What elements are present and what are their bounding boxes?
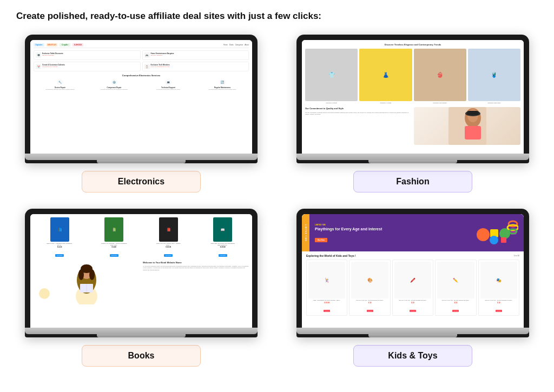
toys-section-link[interactable]: View All (514, 255, 519, 257)
elec-service-icon-3: 💻 (165, 79, 172, 85)
toys-side-banner: LIMITED TIME (302, 214, 309, 251)
book-cover-3: 📕 (159, 217, 178, 242)
card-books: 📘 New Physics: A Learning Class Guideboo… (16, 209, 266, 367)
elec-deal-text-4: Exclusive Tech Wonders Save On Smartwatc… (151, 64, 247, 68)
toys-section-title: Exploring the World of Kids and Toys ! (306, 254, 356, 257)
elec-service-icon-2: ⚙️ (111, 79, 117, 85)
badge-fashion[interactable]: Fashion (353, 171, 472, 192)
fashion-product-img-4: 🩱 (468, 49, 520, 101)
elec-deal-icon-4: ⌚ (144, 64, 150, 69)
elec-logo-3: CropArt (60, 43, 70, 46)
badge-toys[interactable]: Kids & Toys (353, 345, 472, 367)
elec-deal-1: 🖥️ Exclusive Tablet Discounts Get 15% Ca… (34, 50, 141, 60)
elec-section-title: Comprehensive Electronics Services (34, 74, 249, 77)
card-toys: LIMITED TIME LIMITED TIME Playthings for… (288, 209, 538, 367)
fashion-content: Our Commitment to Quality and Style We a… (305, 107, 520, 145)
elec-logo-1: Digitalert (34, 43, 44, 46)
fashion-product-img-1: 👕 (305, 49, 358, 101)
toys-product-btn-5[interactable]: Get Deal (496, 310, 502, 312)
screen-toys: LIMITED TIME LIMITED TIME Playthings for… (302, 214, 524, 328)
elec-service-icon-4: 🔄 (219, 79, 226, 85)
elec-deal-2: 🎮 Home Entertainment Bargains Get 20% Ca… (142, 50, 249, 60)
svg-point-18 (490, 236, 498, 244)
books-bottom: Welcome to Your Book Website Name In You… (34, 261, 249, 304)
book-btn-3[interactable]: Get Deal (164, 254, 173, 257)
books-image-block (34, 261, 140, 304)
toys-hero-text: LIMITED TIME Playthings for Every Age an… (315, 224, 382, 243)
laptop-stand-1 (97, 160, 186, 163)
elec-deal-text-1: Exclusive Tablet Discounts Get 15% Cashb… (42, 52, 138, 56)
headline: Create polished, ready-to-use affiliate … (16, 11, 538, 22)
laptop-stand-4 (368, 334, 457, 337)
fashion-text-block: Our Commitment to Quality and Style We a… (305, 107, 412, 145)
toys-product-2: 🎨 CRAYOLA Air Dry Clay - 48 Count Worksh… (349, 260, 390, 316)
book-item-4: 📖 What Have You Done? The International … (209, 217, 236, 258)
laptop-base-4 (296, 328, 529, 334)
elec-nav: HomeDealsCategoriesAbout (223, 44, 249, 46)
elec-service-1: 🔧 Device Repair We specialize in repairi… (34, 79, 87, 90)
svg-rect-2 (465, 126, 481, 139)
fashion-product-1: 👕 Women's Clothing (305, 49, 358, 104)
elec-deal-icon-2: 🎮 (144, 52, 150, 58)
elec-logo-2: WAVEPLAY (47, 43, 57, 46)
svg-point-10 (78, 269, 84, 280)
elec-deal-icon-3: ✂️ (36, 64, 41, 69)
elec-service-4: 🔄 Regular Maintenance We provide regular… (196, 79, 249, 90)
screen-electronics: Digitalert WAVEPLAY CropArt G-SHOCK Home… (30, 40, 252, 154)
toys-hero-btn[interactable]: Buy Now (315, 238, 327, 242)
fashion-product-3: 👙 Women's Cap Sleeves (414, 49, 466, 104)
toys-product-btn-2[interactable]: Get Deal (367, 310, 373, 312)
toys-product-1: 🃏 Magic - The Gathering: The Lord of The… (306, 260, 347, 316)
toys-product-btn-3[interactable]: Get Deal (410, 310, 416, 312)
elec-service-2: ⚙️ Component Repair We repair and replac… (88, 79, 141, 90)
fashion-product-2: 👗 Women's V Shape (359, 49, 412, 104)
elec-deals-grid: 🖥️ Exclusive Tablet Discounts Get 15% Ca… (34, 50, 249, 71)
laptop-fashion: Discover Timeless Elegance and Contempor… (296, 35, 529, 163)
toys-products: 🃏 Magic - The Gathering: The Lord of The… (306, 260, 519, 316)
book-btn-2[interactable]: Get Deal (110, 254, 118, 257)
elec-deal-4: ⌚ Exclusive Tech Wonders Save On Smartwa… (142, 62, 249, 71)
laptop-base-1 (25, 154, 258, 160)
elec-deal-text-3: Create & Customize Cabinets Top Savings … (42, 64, 138, 68)
laptop-stand-3 (97, 334, 186, 337)
book-item-2: 📗 Politics: On The Edge - The Era Of Bib… (101, 217, 128, 258)
toys-product-btn-4[interactable]: Get Deal (452, 310, 459, 312)
toys-product-img-1: 🃏 (308, 262, 345, 298)
fashion-products: 👕 Women's Clothing 👗 Women's V Shape 👙 W… (305, 49, 520, 104)
toys-product-img-2: 🎨 (351, 262, 388, 298)
book-item-1: 📘 New Physics: A Learning Class Guideboo… (46, 217, 73, 258)
elec-logos: Digitalert WAVEPLAY CropArt G-SHOCK (34, 43, 83, 46)
laptop-base-3 (25, 328, 258, 334)
badge-books[interactable]: Books (82, 345, 201, 367)
badge-electronics[interactable]: Electronics (82, 171, 201, 192)
book-cover-1: 📘 (50, 217, 69, 242)
toys-section: Exploring the World of Kids and Toys ! V… (302, 251, 524, 318)
fashion-header: Discover Timeless Elegance and Contempor… (305, 43, 520, 46)
toys-hero-title: Playthings for Every Age and Interest (315, 227, 382, 231)
screen-fashion: Discover Timeless Elegance and Contempor… (302, 40, 524, 154)
toys-product-5: 🎭 CRAYOLA Air Dry Clay - 48 Count Worksh… (478, 260, 519, 316)
fashion-product-img-3: 👙 (414, 49, 466, 101)
toys-hero-content: LIMITED TIME Playthings for Every Age an… (309, 214, 524, 251)
toys-product-img-3: 🖍️ (394, 262, 431, 298)
book-btn-4[interactable]: Get Deal (219, 254, 227, 257)
toys-hero-wrapper: LIMITED TIME LIMITED TIME Playthings for… (302, 214, 524, 251)
fashion-image-block (414, 107, 520, 145)
elec-logo-4: G-SHOCK (72, 43, 83, 46)
toys-section-header: Exploring the World of Kids and Toys ! V… (306, 254, 519, 257)
laptop-books: 📘 New Physics: A Learning Class Guideboo… (25, 209, 258, 337)
toys-product-4: ✏️ CRAYOLA Air Dry Clay - 48 Count Works… (435, 260, 476, 316)
laptop-toys: LIMITED TIME LIMITED TIME Playthings for… (296, 209, 529, 337)
toys-product-3: 🖍️ CRAYOLA Air Dry Clay - 48 Count Works… (392, 260, 433, 316)
toys-hero-img (475, 218, 518, 248)
svg-point-14 (477, 228, 490, 241)
svg-rect-5 (467, 111, 479, 115)
book-btn-1[interactable]: Get Deal (55, 254, 64, 257)
card-electronics: Digitalert WAVEPLAY CropArt G-SHOCK Home… (16, 35, 266, 192)
elec-service-3: 💻 Technical Support Our technical suppor… (142, 79, 195, 90)
elec-service-icon-1: 🔧 (57, 79, 63, 85)
toys-product-btn-1[interactable]: Get Deal (324, 310, 330, 312)
books-deco-circle (39, 288, 50, 299)
toys-product-img-4: ✏️ (437, 262, 474, 298)
elec-deal-icon-1: 🖥️ (36, 52, 41, 58)
